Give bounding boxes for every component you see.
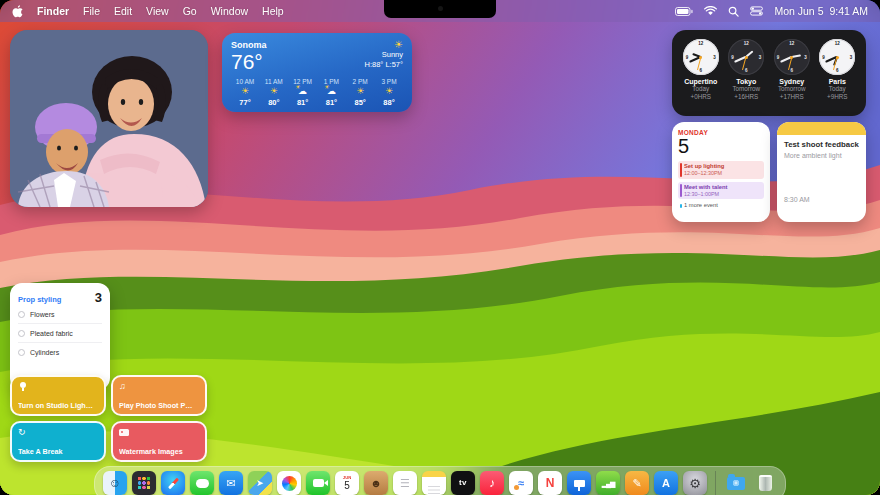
- calendar-weekday: MONDAY: [678, 129, 764, 136]
- menu-date: Mon Jun 5: [774, 5, 823, 17]
- control-center-icon[interactable]: [750, 6, 763, 16]
- note-header-bar: [777, 122, 866, 135]
- partly-cloudy-icon: ☁: [327, 87, 336, 96]
- display-notch: [384, 0, 496, 18]
- wifi-icon[interactable]: [704, 6, 717, 16]
- world-clock-widget[interactable]: 12369CupertinoToday+0HRS12369TokyoTomorr…: [672, 30, 866, 116]
- weather-hour-time: 2 PM: [353, 78, 368, 85]
- finder-app-icon: ☺: [103, 471, 127, 495]
- dock-music-icon[interactable]: ♪: [480, 471, 504, 495]
- event-title: Meet with talent: [684, 184, 761, 191]
- clock-day: Tomorrow: [732, 85, 760, 93]
- dock-maps-icon[interactable]: ➤: [248, 471, 272, 495]
- calendar-event[interactable]: Set up lighting12:00–12:30PM: [678, 161, 764, 179]
- music-app-icon: ♪: [480, 471, 504, 495]
- menu-clock[interactable]: Mon Jun 5 9:41 AM: [774, 5, 868, 17]
- contacts-app-icon: ☻: [364, 471, 388, 495]
- menu-item-edit[interactable]: Edit: [114, 5, 132, 17]
- sun-icon: ☀: [385, 87, 393, 96]
- spotlight-search-icon[interactable]: [728, 6, 739, 17]
- dock-facetime-icon[interactable]: [306, 471, 330, 495]
- menu-item-window[interactable]: Window: [211, 5, 248, 17]
- dock-calendar-icon[interactable]: JUN5: [335, 471, 359, 495]
- dock-keynote-icon[interactable]: [567, 471, 591, 495]
- dock-photos-icon[interactable]: [277, 471, 301, 495]
- dock-numbers-icon[interactable]: ▂▄▆: [596, 471, 620, 495]
- dock-contacts-icon[interactable]: ☻: [364, 471, 388, 495]
- dock-reminders-icon[interactable]: ☰: [393, 471, 417, 495]
- clock-center-dot: [699, 56, 702, 59]
- dock-safari-icon[interactable]: [161, 471, 185, 495]
- dock-news-icon[interactable]: N: [538, 471, 562, 495]
- weather-widget[interactable]: Sonoma 76° ☀ Sunny H:88° L:57° 10 AM☀77°…: [222, 33, 412, 112]
- reminders-widget[interactable]: Prop styling 3 FlowersPleated fabricCyli…: [10, 283, 110, 390]
- menu-item-help[interactable]: Help: [262, 5, 284, 17]
- clock-center-dot: [836, 56, 839, 59]
- clock-sydney[interactable]: 12369SydneyTomorrow+17HRS: [770, 39, 814, 101]
- dock-trash-icon[interactable]: [753, 471, 777, 495]
- reminder-item[interactable]: Cylinders: [18, 343, 102, 361]
- weather-temp: 76°: [231, 51, 267, 72]
- clock-offset: +9HRS: [827, 93, 847, 101]
- shortcut-label: Take A Break: [18, 447, 98, 456]
- tv-app-icon: tv: [451, 471, 475, 495]
- dock-launchpad-icon[interactable]: [132, 471, 156, 495]
- menu-item-file[interactable]: File: [83, 5, 100, 17]
- shortcut-timer-tile[interactable]: ↻Take A Break: [10, 421, 106, 462]
- shortcut-music-tile[interactable]: ♫Play Photo Shoot P…: [111, 375, 207, 416]
- clock-paris[interactable]: 12369ParisToday+9HRS: [815, 39, 859, 101]
- menu-item-go[interactable]: Go: [183, 5, 197, 17]
- photos-app-icon: [277, 471, 301, 495]
- calendar-widget[interactable]: MONDAY 5 Set up lighting12:00–12:30PMMee…: [672, 122, 770, 222]
- finder-glyph: ☺: [109, 477, 121, 489]
- dock-pages-icon[interactable]: ✎: [625, 471, 649, 495]
- apple-menu-icon[interactable]: [12, 5, 23, 18]
- clock-cupertino[interactable]: 12369CupertinoToday+0HRS: [679, 39, 723, 101]
- menu-item-view[interactable]: View: [146, 5, 169, 17]
- reminder-checkbox[interactable]: [18, 311, 25, 318]
- shortcut-label: Play Photo Shoot P…: [119, 401, 199, 410]
- reminder-checkbox[interactable]: [18, 330, 25, 337]
- dock-appstore-icon[interactable]: A: [654, 471, 678, 495]
- weather-hour: 10 AM☀77°: [231, 78, 259, 107]
- dock-settings-icon[interactable]: ⚙: [683, 471, 707, 495]
- image-icon: [119, 427, 130, 438]
- weather-hour: 11 AM☀80°: [260, 78, 288, 107]
- dock-messages-icon[interactable]: [190, 471, 214, 495]
- dock-finder-icon[interactable]: ☺: [103, 471, 127, 495]
- clock-tokyo[interactable]: 12369TokyoTomorrow+16HRS: [724, 39, 768, 101]
- calendar-event[interactable]: Meet with talent12:30–1:00PM: [678, 182, 764, 200]
- clock-numeral: 12: [789, 41, 794, 46]
- weather-hour-time: 11 AM: [265, 78, 283, 85]
- dock-mail-icon[interactable]: ✉: [219, 471, 243, 495]
- photo-of-two-people: [10, 30, 208, 207]
- calendar-more-events[interactable]: 1 more event: [678, 202, 764, 209]
- sun-icon: ☀: [270, 87, 278, 96]
- reminder-item[interactable]: Flowers: [18, 305, 102, 324]
- facetime-app-icon: [306, 471, 330, 495]
- timer-icon: ↻: [18, 427, 29, 438]
- bulb-icon: [18, 381, 29, 392]
- clock-numeral: 12: [744, 41, 749, 46]
- reminder-item[interactable]: Pleated fabric: [18, 324, 102, 343]
- shortcut-image-tile[interactable]: Watermark Images: [111, 421, 207, 462]
- dock-freeform-icon[interactable]: ≈: [509, 471, 533, 495]
- clock-face: 12369: [728, 39, 764, 75]
- mail-glyph: ✉: [226, 478, 235, 489]
- dock-tv-icon[interactable]: tv: [451, 471, 475, 495]
- photos-widget[interactable]: [10, 30, 208, 207]
- reminder-label: Pleated fabric: [30, 330, 73, 337]
- dock-downloads-icon[interactable]: [724, 471, 748, 495]
- launchpad-glyph: [137, 476, 151, 490]
- notes-widget[interactable]: Test shoot feedback More ambient light 8…: [777, 122, 866, 222]
- weather-hour-time: 3 PM: [381, 78, 396, 85]
- dock-notes-icon[interactable]: [422, 471, 446, 495]
- battery-icon[interactable]: [675, 7, 693, 16]
- keynote-app-icon: [567, 471, 591, 495]
- appstore-glyph: A: [662, 478, 670, 489]
- active-app-name[interactable]: Finder: [37, 5, 69, 17]
- reminder-checkbox[interactable]: [18, 349, 25, 356]
- shortcut-bulb-tile[interactable]: Turn on Studio Ligh…: [10, 375, 106, 416]
- clock-center-dot: [790, 56, 793, 59]
- notes-glyph: [428, 486, 440, 488]
